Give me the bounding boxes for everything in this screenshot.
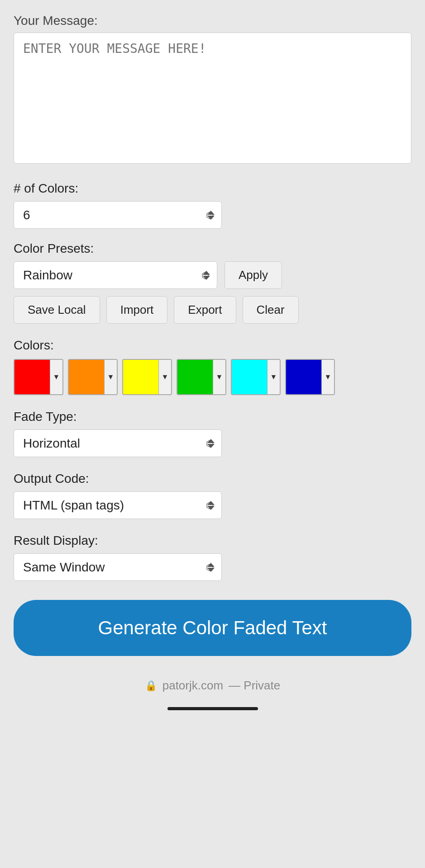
- color-swatch-yellow[interactable]: ▼: [122, 359, 172, 395]
- swatch-arrow-cyan[interactable]: ▼: [267, 360, 280, 394]
- output-code-label: Output Code:: [14, 472, 411, 486]
- result-display-select-wrapper: Same Window New Window Copy to Clipboard: [14, 553, 222, 581]
- footer-domain: patorjk.com: [162, 679, 223, 693]
- result-display-label: Result Display:: [14, 533, 411, 548]
- export-button[interactable]: Export: [174, 296, 236, 324]
- presets-select-wrapper: Rainbow Sunset Ocean Forest Custom: [14, 261, 217, 289]
- fade-type-section: Fade Type: Horizontal Vertical Diagonal: [14, 410, 411, 457]
- swatch-color-yellow: [123, 360, 158, 394]
- lock-icon: 🔒: [145, 680, 157, 692]
- message-section: Your Message:: [14, 14, 411, 167]
- colors-label: Colors:: [14, 338, 411, 353]
- import-button[interactable]: Import: [106, 296, 168, 324]
- swatch-arrow-green[interactable]: ▼: [213, 360, 225, 394]
- action-buttons-row: Save Local Import Export Clear: [14, 296, 411, 324]
- output-code-section: Output Code: HTML (span tags) BBCode IRC…: [14, 472, 411, 519]
- color-swatch-orange[interactable]: ▼: [68, 359, 118, 395]
- generate-button[interactable]: Generate Color Faded Text: [14, 600, 411, 656]
- num-colors-label: # of Colors:: [14, 181, 411, 196]
- swatch-arrow-yellow[interactable]: ▼: [158, 360, 171, 394]
- color-presets-select[interactable]: Rainbow Sunset Ocean Forest Custom: [14, 261, 217, 289]
- result-display-section: Result Display: Same Window New Window C…: [14, 533, 411, 581]
- color-presets-label: Color Presets:: [14, 241, 411, 256]
- output-code-select-wrapper: HTML (span tags) BBCode IRC Plain Text: [14, 491, 222, 519]
- presets-row: Rainbow Sunset Ocean Forest Custom Apply: [14, 261, 411, 289]
- num-colors-section: # of Colors: 2 3 4 5 6 7 8: [14, 181, 411, 229]
- fade-type-select[interactable]: Horizontal Vertical Diagonal: [14, 429, 222, 457]
- your-message-label: Your Message:: [14, 14, 411, 28]
- fade-type-select-wrapper: Horizontal Vertical Diagonal: [14, 429, 222, 457]
- output-code-select[interactable]: HTML (span tags) BBCode IRC Plain Text: [14, 491, 222, 519]
- result-display-select[interactable]: Same Window New Window Copy to Clipboard: [14, 553, 222, 581]
- footer-status: — Private: [229, 679, 280, 693]
- footer-bar: 🔒 patorjk.com — Private: [14, 670, 411, 697]
- clear-button[interactable]: Clear: [243, 296, 299, 324]
- swatch-arrow-blue[interactable]: ▼: [321, 360, 334, 394]
- color-presets-section: Color Presets: Rainbow Sunset Ocean Fore…: [14, 241, 411, 324]
- color-swatch-blue[interactable]: ▼: [285, 359, 335, 395]
- page-container: Your Message: # of Colors: 2 3 4 5 6 7 8…: [0, 0, 425, 868]
- colors-section: Colors: ▼ ▼ ▼ ▼ ▼: [14, 338, 411, 395]
- swatch-arrow-orange[interactable]: ▼: [104, 360, 117, 394]
- fade-type-label: Fade Type:: [14, 410, 411, 424]
- num-colors-select-wrapper: 2 3 4 5 6 7 8: [14, 201, 222, 229]
- swatch-color-orange: [69, 360, 104, 394]
- save-local-button[interactable]: Save Local: [14, 296, 100, 324]
- swatch-arrow-red[interactable]: ▼: [50, 360, 62, 394]
- color-swatch-cyan[interactable]: ▼: [231, 359, 281, 395]
- num-colors-select[interactable]: 2 3 4 5 6 7 8: [14, 201, 222, 229]
- apply-button[interactable]: Apply: [224, 261, 282, 289]
- color-swatch-green[interactable]: ▼: [177, 359, 226, 395]
- color-swatch-red[interactable]: ▼: [14, 359, 63, 395]
- swatch-color-cyan: [232, 360, 267, 394]
- swatch-color-red: [14, 360, 50, 394]
- message-textarea[interactable]: [14, 33, 411, 164]
- color-swatches-row: ▼ ▼ ▼ ▼ ▼ ▼: [14, 359, 411, 395]
- home-indicator: [167, 707, 258, 710]
- home-indicator-wrapper: [14, 702, 411, 710]
- swatch-color-green: [177, 360, 213, 394]
- swatch-color-blue: [286, 360, 321, 394]
